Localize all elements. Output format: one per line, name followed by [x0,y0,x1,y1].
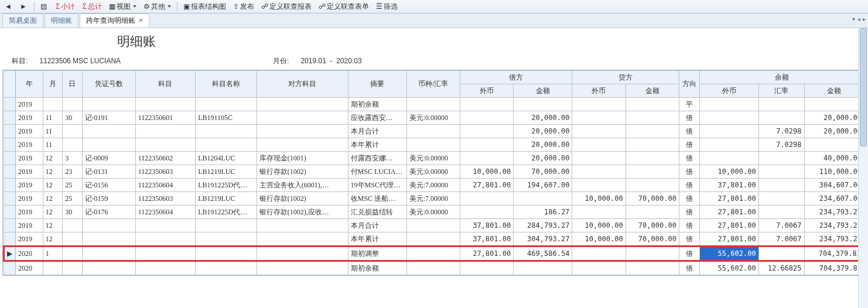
cell-currency[interactable]: 美元:0.00000 [406,152,460,165]
row-indicator[interactable] [4,111,16,125]
def-join-form-button[interactable]: ☍定义联查表单 [316,1,371,12]
cell-direction[interactable]: 借 [679,125,700,138]
col-debit-fc[interactable]: 外币 [460,84,513,98]
col-day[interactable]: 日 [63,71,82,98]
cell-debit-amt[interactable] [514,192,572,206]
cell-direction[interactable]: 借 [679,247,700,261]
cell-voucher[interactable]: 记-0159 [82,192,135,206]
cell-balance-rate[interactable] [758,165,804,179]
cell-day[interactable] [63,247,82,261]
cell-debit-amt[interactable]: 70,000.00 [514,165,572,179]
cell-debit-amt[interactable]: 284,793.27 [514,219,572,232]
cell-balance-amt[interactable]: 234,793.27 [804,232,864,247]
cell-credit-amt[interactable]: 70,000.00 [626,232,679,247]
cell-credit-amt[interactable] [626,261,679,275]
tb-doc-icon[interactable]: ▤ [38,1,51,12]
cell-day[interactable]: 30 [63,206,82,219]
cell-account[interactable]: 1122350604 [135,206,195,219]
cell-debit-amt[interactable]: 186.27 [514,206,572,219]
cell-year[interactable]: 2019 [16,125,43,138]
cell-direction[interactable]: 借 [679,232,700,247]
cell-balance-rate[interactable]: 12.66825 [758,261,804,275]
cell-balance-fc[interactable] [700,152,758,165]
cell-direction[interactable]: 借 [679,219,700,232]
cell-account-name[interactable] [196,98,257,111]
cell-balance-fc[interactable] [700,98,758,111]
cell-credit-amt[interactable] [626,152,679,165]
cell-debit-amt[interactable] [514,98,572,111]
cell-year[interactable]: 2019 [16,98,43,111]
cell-day[interactable] [63,219,82,232]
tb-back[interactable]: ◄ [2,1,15,12]
report-struct-button[interactable]: ▣报表结构图 [181,1,228,12]
cell-balance-amt[interactable]: 110,000.00 [804,165,864,179]
table-row[interactable]: 20191130记-01911122350601LB191105C应收露西安…美… [4,111,864,125]
cell-debit-fc[interactable]: 27,801.00 [460,179,513,192]
cell-debit-fc[interactable] [460,125,513,138]
close-icon[interactable]: × [139,16,143,25]
other-dropdown[interactable]: ⚙其他 [141,1,173,12]
cell-account-name[interactable]: LB1204LUC [196,152,257,165]
cell-balance-fc[interactable]: 27,801.00 [700,192,758,206]
tab-detail-ledger[interactable]: 明细账 [45,13,78,28]
cell-year[interactable]: 2019 [16,206,43,219]
cell-balance-amt[interactable]: 234,607.00 [804,192,864,206]
cell-opposite[interactable]: 银行存款(1002),应收… [257,206,348,219]
subtotal-button[interactable]: Σ小计 [53,1,77,12]
cell-year[interactable]: 2020 [16,247,43,261]
cell-direction[interactable]: 借 [679,206,700,219]
cell-credit-fc[interactable] [572,206,626,219]
cell-memo[interactable]: 收MSC 送船… [348,192,406,206]
cell-debit-fc[interactable] [460,261,513,275]
cell-balance-fc[interactable] [700,138,758,152]
row-indicator[interactable] [4,125,16,138]
cell-balance-rate[interactable] [758,206,804,219]
col-account[interactable]: 科目 [135,71,195,98]
cell-account[interactable]: 1122350603 [135,192,195,206]
cell-year[interactable]: 2020 [16,261,43,275]
cell-debit-fc[interactable] [460,192,513,206]
cell-debit-amt[interactable]: 20,000.00 [514,152,572,165]
col-direction[interactable]: 方向 [679,71,700,98]
col-credit-group[interactable]: 贷方 [572,71,679,84]
cell-balance-fc[interactable]: 27,801.00 [700,206,758,219]
cell-currency[interactable]: 美元:0.00000 [406,206,460,219]
cell-opposite[interactable]: 银行存款(1002) [257,165,348,179]
cell-opposite[interactable] [257,98,348,111]
cell-voucher[interactable]: 记-0176 [82,206,135,219]
cell-credit-fc[interactable]: 10,000.00 [572,192,626,206]
cell-account[interactable] [135,125,195,138]
table-row[interactable]: 2019123记-00091122350602LB1204LUC库存现金(100… [4,152,864,165]
cell-opposite[interactable] [257,232,348,247]
col-bal-fc[interactable]: 外币 [700,84,758,98]
cell-debit-fc[interactable] [460,111,513,125]
cell-currency[interactable] [406,247,460,261]
cell-month[interactable]: 11 [43,125,62,138]
cell-balance-amt[interactable] [804,138,864,152]
cell-month[interactable]: 11 [43,138,62,152]
def-join-report-button[interactable]: ☍定义联查报表 [259,1,314,12]
scrollbar-thumb[interactable] [860,28,867,146]
cell-account[interactable] [135,247,195,261]
table-row[interactable]: 201911本年累计20,000.00借7.0298 [4,138,864,152]
cell-year[interactable]: 2019 [16,111,43,125]
cell-day[interactable] [63,261,82,275]
cell-opposite[interactable] [257,125,348,138]
cell-credit-amt[interactable] [626,98,679,111]
cell-account-name[interactable] [196,261,257,275]
cell-direction[interactable]: 借 [679,138,700,152]
cell-debit-fc[interactable] [460,152,513,165]
cell-balance-amt[interactable]: 704,379.81 [804,261,864,275]
cell-month[interactable] [43,98,62,111]
cell-day[interactable]: 23 [63,165,82,179]
cell-memo[interactable]: 19年MSC代理… [348,179,406,192]
cell-month[interactable]: 12 [43,179,62,192]
cell-debit-fc[interactable]: 37,801.00 [460,232,513,247]
table-row[interactable]: 201911本月合计20,000.00借7.029820,000.00 [4,125,864,138]
cell-credit-fc[interactable] [572,179,626,192]
cell-month[interactable]: 12 [43,165,62,179]
cell-debit-fc[interactable] [460,98,513,111]
cell-currency[interactable]: 美元:7.00000 [406,179,460,192]
cell-credit-fc[interactable]: 10,000.00 [572,232,626,247]
cell-balance-amt[interactable]: 704,379.81 [804,247,864,261]
